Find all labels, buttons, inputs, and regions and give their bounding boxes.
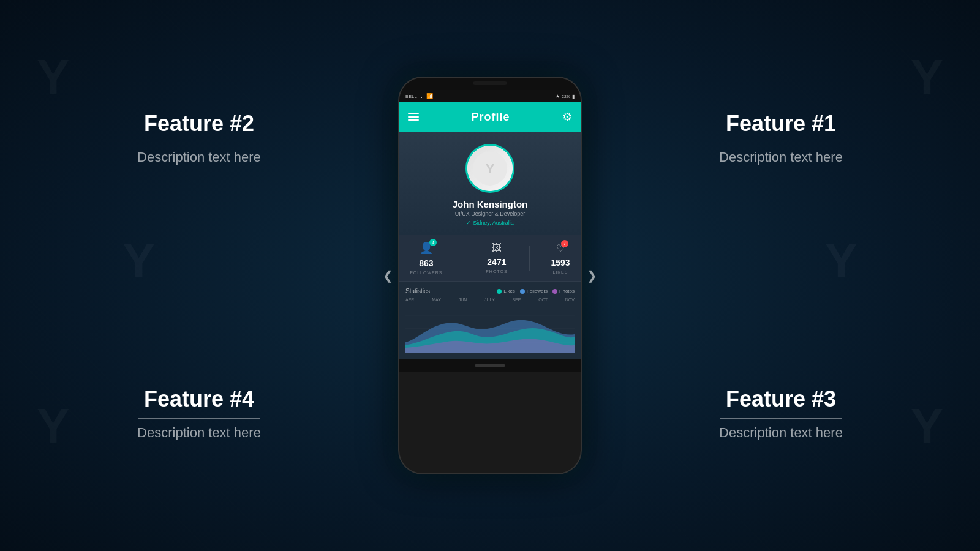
app-bar-title: Profile	[471, 111, 510, 124]
photos-icon-wrap: 🖼	[492, 242, 502, 253]
followers-label: FOLLOWERS	[410, 271, 442, 275]
statistics-chart-section: Statistics Likes Followers Photos	[399, 282, 581, 359]
app-bar: Profile ⚙	[399, 102, 581, 132]
feature-1-title: Feature #1	[726, 111, 836, 137]
phone-bottom	[399, 359, 581, 372]
chart-legend: Likes Followers Photos	[497, 288, 575, 294]
feature-2-divider	[138, 143, 260, 143]
legend-followers-dot	[520, 289, 525, 294]
feature-4-desc: Description text here	[137, 425, 261, 441]
legend-followers: Followers	[520, 288, 548, 294]
likes-count: 1593	[551, 258, 570, 268]
feature-4-divider	[138, 418, 260, 419]
hamburger-menu-button[interactable]	[408, 113, 419, 121]
followers-badge: 4	[429, 239, 437, 246]
settings-gear-icon[interactable]: ⚙	[562, 110, 572, 124]
likes-badge: 7	[561, 240, 568, 247]
stat-divider-2	[529, 246, 530, 271]
wave-chart	[405, 304, 575, 353]
month-oct: OCT	[538, 298, 548, 302]
month-july: JULY	[484, 298, 495, 302]
likes-stat: ♡ 7 1593 LIKES	[551, 242, 570, 274]
followers-count: 863	[419, 258, 433, 268]
month-jun: JUN	[459, 298, 467, 302]
profile-role: UI/UX Designer & Developer	[455, 211, 526, 217]
feature-3-desc: Description text here	[719, 425, 843, 441]
photos-icon: 🖼	[492, 242, 502, 253]
stats-section: 👤 4 863 FOLLOWERS 🖼 2471 PHOTOS	[399, 235, 581, 282]
month-nov: NOV	[565, 298, 575, 302]
feature-1-divider	[720, 143, 842, 143]
feature-3-box: Feature #3 Description text here	[582, 276, 980, 551]
carousel-right-arrow[interactable]: ❯	[587, 268, 597, 283]
legend-likes: Likes	[497, 288, 515, 294]
month-apr: APR	[405, 298, 414, 302]
feature-4-title: Feature #4	[144, 386, 254, 412]
battery-icon: ▮	[572, 94, 575, 99]
svg-text:Y: Y	[486, 161, 495, 176]
carousel-left-arrow[interactable]: ❮	[383, 268, 393, 283]
feature-2-box: Feature #2 Description text here	[0, 0, 398, 276]
phone-frame: BELL ⋮ 📶 ★ 22% ▮ Profile ⚙	[398, 77, 582, 474]
feature-3-divider	[720, 418, 842, 419]
avatar-wrapper: Y	[466, 144, 514, 193]
feature-4-box: Feature #4 Description text here	[0, 276, 398, 551]
feature-1-box: Feature #1 Description text here	[582, 0, 980, 276]
battery-level: 22%	[562, 94, 570, 99]
bluetooth-icon: ★	[556, 94, 560, 99]
photos-label: PHOTOS	[486, 269, 507, 274]
legend-likes-label: Likes	[503, 288, 515, 294]
followers-icon-wrap: 👤 4	[420, 241, 433, 255]
photos-count: 2471	[487, 257, 506, 267]
feature-1-desc: Description text here	[719, 149, 843, 165]
legend-photos: Photos	[552, 288, 575, 294]
profile-section: Y John Kensington UI/UX Designer & Devel…	[399, 132, 581, 235]
feature-3-title: Feature #3	[726, 386, 836, 412]
carrier-signal: BELL ⋮ 📶	[405, 93, 433, 99]
legend-likes-dot	[497, 289, 502, 294]
profile-location: ✓ Sidney, Australia	[466, 220, 513, 226]
profile-name: John Kensington	[453, 199, 528, 209]
feature-2-title: Feature #2	[144, 111, 254, 137]
stat-divider-1	[464, 246, 464, 271]
chart-svg	[405, 304, 575, 353]
location-check-icon: ✓	[466, 220, 471, 226]
home-indicator	[475, 364, 505, 367]
feature-2-desc: Description text here	[137, 149, 261, 165]
status-bar: BELL ⋮ 📶 ★ 22% ▮	[399, 90, 581, 102]
legend-photos-label: Photos	[559, 288, 575, 294]
month-may: MAY	[432, 298, 441, 302]
likes-icon-wrap: ♡ 7	[556, 242, 565, 254]
avatar: Y	[467, 146, 513, 191]
legend-photos-dot	[552, 289, 557, 294]
months-row: APR MAY JUN JULY SEP OCT NOV	[405, 298, 575, 302]
statistics-label: Statistics	[405, 288, 430, 294]
phone-container: ❮ ❯ BELL ⋮ 📶 ★ 22% ▮	[398, 0, 582, 551]
legend-followers-label: Followers	[527, 288, 548, 294]
followers-stat: 👤 4 863 FOLLOWERS	[410, 241, 442, 275]
status-right: ★ 22% ▮	[556, 94, 575, 99]
month-sep: SEP	[512, 298, 521, 302]
photos-stat: 🖼 2471 PHOTOS	[486, 242, 507, 274]
likes-label: LIKES	[553, 270, 568, 274]
stats-chart-header: Statistics Likes Followers Photos	[405, 288, 575, 294]
